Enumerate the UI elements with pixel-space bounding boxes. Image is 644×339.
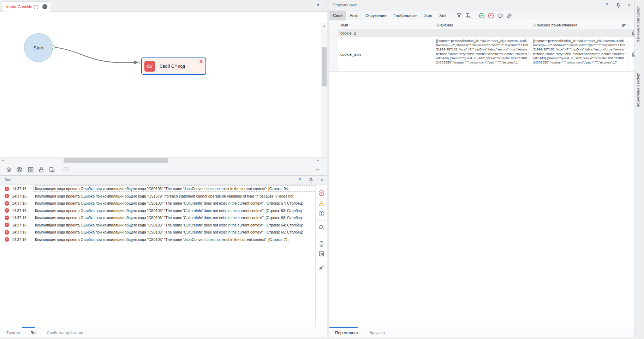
scroll-up-icon[interactable]: ▲ [321,23,327,29]
column-header-value[interactable]: Значение [434,21,531,29]
log-bottom-tabs: ТрафикЛогСвойства действия [1,328,88,337]
toolbar-separator [452,12,452,19]
horizontal-scroll-thumb[interactable] [64,158,168,163]
project-pane: importCoockie (1) × ▾ Start C# Свой C# к… [0,0,327,339]
log-message: Компиляция кода проекта Ошибка при компи… [34,237,315,242]
device-icon[interactable] [318,241,324,247]
start-output-port[interactable] [52,46,55,49]
remove-circle-icon[interactable] [487,11,496,20]
csharp-action-block[interactable]: C# Свой C# код ✕ [141,57,206,75]
variables-tabs: СвоиАвтоОкружениеГлобальныеJsonXml [329,11,634,20]
log-row[interactable]: ×14:37:16Компиляция кода проекта Ошибка … [0,236,315,243]
variables-table: Имя Значение Значение по-умолчанию → coo… [329,21,634,72]
variable-name[interactable]: cookie_json [338,37,434,71]
account-icon[interactable] [16,167,23,173]
bottom-tab-лог[interactable]: Лог [25,331,42,335]
variable-row-cookie_2[interactable]: → cookie_2 [329,29,634,37]
flow-tab-label: importCoockie (1) [3,5,42,9]
tab-list-dropdown-icon[interactable]: ▾ [317,2,319,7]
add-circle-icon[interactable] [477,11,487,20]
close-icon[interactable]: × [626,2,632,8]
paint-icon[interactable] [318,224,324,230]
errors-filter-icon[interactable] [318,190,324,196]
pane-splitter[interactable] [327,0,329,339]
table-header-row: Имя Значение Значение по-умолчанию [329,21,634,29]
error-icon: × [5,216,9,220]
log-panel: Лог ? × ×14:37:16Компиляция кода проекта… [0,175,327,327]
log-message: Компиляция кода проекта Ошибка при компи… [34,229,315,235]
variable-name[interactable]: cookie_2 [338,29,434,37]
sort-icon[interactable] [622,23,626,28]
bottom-tab-трафик[interactable]: Трафик [1,331,25,335]
variable-value[interactable]: [{"name":"personalization_id","value":"\… [434,37,531,71]
error-icon: × [5,208,9,213]
bottom-tab-переменные[interactable]: Переменные [330,331,364,335]
toolbar-separator [475,12,475,19]
pin-icon[interactable] [308,178,314,183]
log-row[interactable]: ×14:37:16Компиляция кода проекта Ошибка … [0,214,315,222]
variables-tab-авто[interactable]: Авто [346,11,362,20]
action-delete-icon[interactable]: ✕ [199,59,203,64]
variables-tab-json[interactable]: Json [420,11,436,20]
canvas-horizontal-scrollbar[interactable]: ◄ ► [0,157,327,163]
flow-canvas[interactable]: Start C# Свой C# код ✕ ▲ ▼ [0,12,327,157]
scroll-left-icon[interactable]: ◄ [0,158,5,163]
flow-tabbar: importCoockie (1) × ▾ [0,0,327,12]
start-node-label: Start [34,45,44,50]
log-panel-header: Лог ? × [0,176,327,185]
clear-sort-icon[interactable] [464,11,473,20]
more-ellipsis-icon[interactable]: ... [315,166,320,171]
variable-row-cookie_json[interactable]: cookie_json [{"name":"personalization_id… [329,37,634,72]
log-row[interactable]: ×14:37:16Компиляция кода проекта Ошибка … [0,207,315,214]
flow-tab-importcoockie[interactable]: importCoockie (1) × [3,1,50,12]
gear-icon[interactable] [6,167,12,173]
start-node[interactable]: Start [24,33,53,62]
variable-default[interactable] [531,29,628,37]
rail-tab-element-properties[interactable]: Свойства элемента [637,6,641,42]
log-row[interactable]: ×14:37:16Компиляция кода проекта Ошибка … [0,185,315,193]
add-dashed-icon[interactable] [63,167,69,173]
log-timestamp: 14:37:16 [12,187,30,191]
expand-icon[interactable] [318,251,324,257]
log-timestamp: 14:37:16 [12,237,30,242]
bottom-tab-браузер[interactable]: Браузер [364,331,390,335]
bottom-tab-свойства-действия[interactable]: Свойства действия [42,331,88,335]
log-message: Компиляция кода проекта Ошибка при компи… [34,200,315,206]
log-row[interactable]: ×14:37:16Компиляция кода проекта Ошибка … [0,193,315,200]
eraser-icon[interactable] [505,11,514,20]
grid-icon[interactable] [28,167,34,173]
log-row[interactable]: ×14:37:16Компиляция кода проекта Ошибка … [0,222,315,229]
rail-tab-element-tree[interactable]: Дерево элементов [637,73,641,107]
broom-icon[interactable] [318,264,324,270]
columns-icon[interactable] [496,11,505,20]
scroll-right-icon[interactable]: ► [315,158,321,163]
info-filter-icon[interactable] [318,211,324,217]
variables-panel-title: Переменные [333,3,357,7]
column-header-default[interactable]: Значение по-умолчанию [531,21,628,29]
variable-value[interactable] [434,29,531,37]
help-icon[interactable]: ? [297,177,303,183]
variables-pane: Переменные ? × СвоиАвтоОкружениеГлобальн… [329,0,634,339]
variables-tab-xml[interactable]: Xml [436,11,450,20]
variable-default[interactable]: [{"name":"personalization_id","value":"\… [531,37,628,71]
pin-icon[interactable] [615,3,621,8]
variables-tab-окружение[interactable]: Окружение [362,11,390,20]
canvas-vertical-scrollbar[interactable]: ▲ ▼ [321,23,327,169]
variables-tab-глобальные[interactable]: Глобальные [390,11,420,20]
log-list: ×14:37:16Компиляция кода проекта Ошибка … [0,185,315,243]
tab-close-icon[interactable]: × [42,4,47,9]
header-gutter [329,21,338,29]
log-row[interactable]: ×14:37:16Компиляция кода проекта Ошибка … [0,200,315,207]
log-row[interactable]: ×14:37:16Компиляция кода проекта Ошибка … [0,229,315,236]
help-icon[interactable]: ? [604,2,610,8]
row-gutter [329,37,338,71]
log-timestamp: 14:37:16 [12,223,30,227]
close-icon[interactable]: × [318,177,325,183]
variables-tab-свои[interactable]: Свои [329,11,346,20]
vertical-scroll-thumb[interactable] [322,47,327,86]
warnings-filter-icon[interactable] [318,201,324,207]
column-header-name[interactable]: Имя [338,21,434,29]
lock-icon[interactable] [38,167,44,173]
filter-icon[interactable] [454,11,464,20]
pages-icon[interactable] [49,167,55,173]
